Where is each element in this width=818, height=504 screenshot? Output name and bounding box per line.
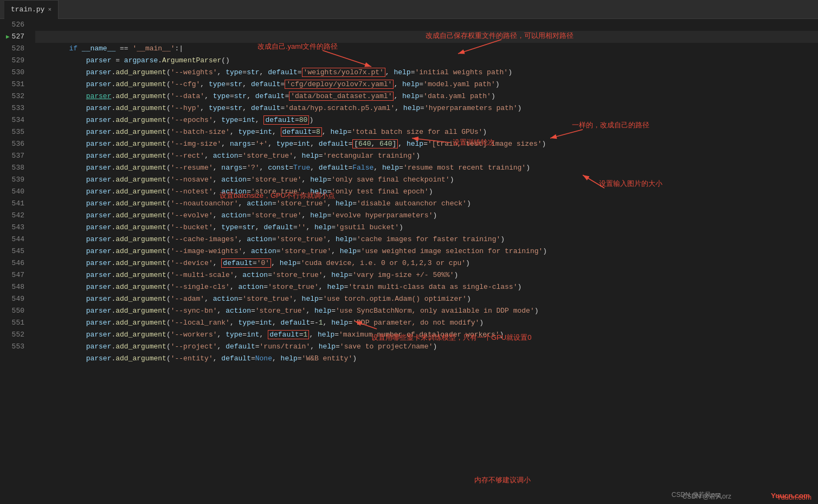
ln-536: 536	[0, 138, 24, 150]
ln-541: 541	[0, 198, 24, 210]
code-line-533: parser.add_argument('--epochs', type=int…	[35, 102, 818, 114]
ln-526: 526	[0, 19, 24, 31]
ln-542: 542	[0, 210, 24, 222]
tab-bar: train.py ×	[0, 0, 818, 19]
code-line-531: parser.add_argument('--data', type=str, …	[35, 79, 818, 91]
ln-546: 546	[0, 257, 24, 269]
ln-553: 553	[0, 341, 24, 353]
watermark-yuucn: Yuucn.com	[777, 493, 811, 501]
code-line-529: parser.add_argument('--weights', type=st…	[35, 55, 818, 67]
code-line-547: parser.add_argument('--single-cls', acti…	[35, 269, 818, 281]
ln-547: 547	[0, 269, 24, 281]
code-line-553: parser.add_argument('--entity', default=…	[35, 341, 818, 353]
ln-552: 552	[0, 329, 24, 341]
code-line-540: parser.add_argument('--noautoanchor', ac…	[35, 186, 818, 198]
ln-550: 550	[0, 305, 24, 317]
code-line-527: if __name__ == '__main__':|	[35, 31, 818, 43]
ln-543: 543	[0, 222, 24, 234]
code-line-535: parser.add_argument('--img-size', nargs=…	[35, 126, 818, 138]
code-line-537: parser.add_argument('--resume', nargs='?…	[35, 150, 818, 162]
code-line-548: parser.add_argument('--adam', action='st…	[35, 281, 818, 293]
ln-549: 549	[0, 293, 24, 305]
code-line-530: parser.add_argument('--cfg', type=str, d…	[35, 67, 818, 79]
code-line-550: parser.add_argument('--local_rank', type…	[35, 305, 818, 317]
code-line-526	[35, 19, 818, 31]
ln-540: 540	[0, 186, 24, 198]
close-tab-icon[interactable]: ×	[48, 7, 51, 13]
code-line-528: parser = argparse.ArgumentParser()	[35, 43, 818, 55]
code-line-549: parser.add_argument('--sync-bn', action=…	[35, 293, 818, 305]
ln-530: 530	[0, 67, 24, 79]
ln-544: 544	[0, 234, 24, 245]
ln-545: 545	[0, 245, 24, 257]
code-line-536: parser.add_argument('--rect', action='st…	[35, 138, 818, 150]
code-line-545: parser.add_argument('--device', default=…	[35, 245, 818, 257]
watermark-csdn: CSDN @若风orz	[682, 492, 731, 501]
code-line-539: parser.add_argument('--notest', action='…	[35, 174, 818, 186]
code-line-538: parser.add_argument('--nosave', action='…	[35, 162, 818, 174]
editor-container: train.py × 526 ▶527 528 529 530 531 532 …	[0, 0, 818, 504]
ln-531: 531	[0, 79, 24, 91]
ln-551: 551	[0, 317, 24, 329]
ln-532: 532	[0, 91, 24, 102]
code-line-534: parser.add_argument('--batch-size', type…	[35, 114, 818, 126]
ln-527: ▶527	[0, 31, 24, 43]
code-line-552: parser.add_argument('--project', default…	[35, 329, 818, 341]
ln-538: 538	[0, 162, 24, 174]
code-line-543: parser.add_argument('--cache-images', ac…	[35, 222, 818, 234]
ln-537: 537	[0, 150, 24, 162]
ln-535: 535	[0, 126, 24, 138]
ln-528: 528	[0, 43, 24, 55]
ln-529: 529	[0, 55, 24, 67]
ln-548: 548	[0, 281, 24, 293]
ln-533: 533	[0, 102, 24, 114]
ln-539: 539	[0, 174, 24, 186]
file-tab[interactable]: train.py ×	[4, 0, 59, 19]
code-content[interactable]: if __name__ == '__main__':| parser = arg…	[30, 19, 818, 504]
code-area: 526 ▶527 528 529 530 531 532 533 534 535…	[0, 19, 818, 504]
annotation-memory: 内存不够建议调小	[474, 476, 531, 484]
file-tab-name: train.py	[11, 5, 44, 14]
code-line-541: parser.add_argument('--evolve', action='…	[35, 198, 818, 210]
code-line-542: parser.add_argument('--bucket', type=str…	[35, 210, 818, 222]
code-line-532: parser.add_argument('--hyp', type=str, d…	[35, 91, 818, 102]
ln-534: 534	[0, 114, 24, 126]
code-line-544: parser.add_argument('--image-weights', a…	[35, 234, 818, 245]
line-numbers: 526 ▶527 528 529 530 531 532 533 534 535…	[0, 19, 30, 504]
code-line-546: parser.add_argument('--multi-scale', act…	[35, 257, 818, 269]
code-line-551: parser.add_argument('--workers', type=in…	[35, 317, 818, 329]
